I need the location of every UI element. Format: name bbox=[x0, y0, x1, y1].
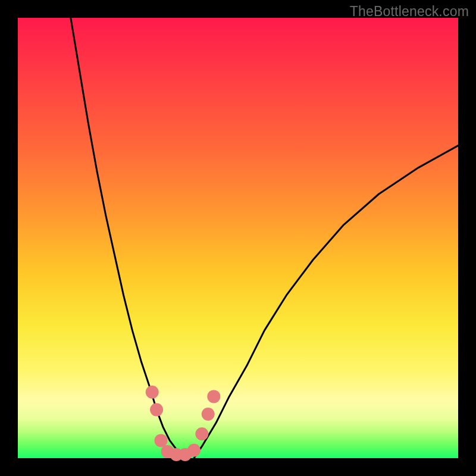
valley-marker-1 bbox=[150, 403, 163, 416]
curve-right-branch bbox=[194, 146, 458, 458]
curve-layer bbox=[18, 18, 458, 458]
watermark-text: TheBottleneck.com bbox=[350, 4, 469, 20]
valley-marker-9 bbox=[207, 390, 220, 403]
plot-area bbox=[18, 18, 458, 458]
chart-frame: TheBottleneck.com bbox=[0, 0, 476, 476]
marker-group bbox=[146, 386, 221, 461]
valley-marker-0 bbox=[146, 386, 159, 399]
valley-marker-7 bbox=[195, 427, 208, 440]
valley-marker-6 bbox=[187, 444, 201, 457]
valley-marker-8 bbox=[202, 408, 215, 421]
valley-marker-2 bbox=[155, 434, 168, 447]
curve-left-branch bbox=[71, 18, 183, 458]
curve-group bbox=[71, 18, 458, 458]
